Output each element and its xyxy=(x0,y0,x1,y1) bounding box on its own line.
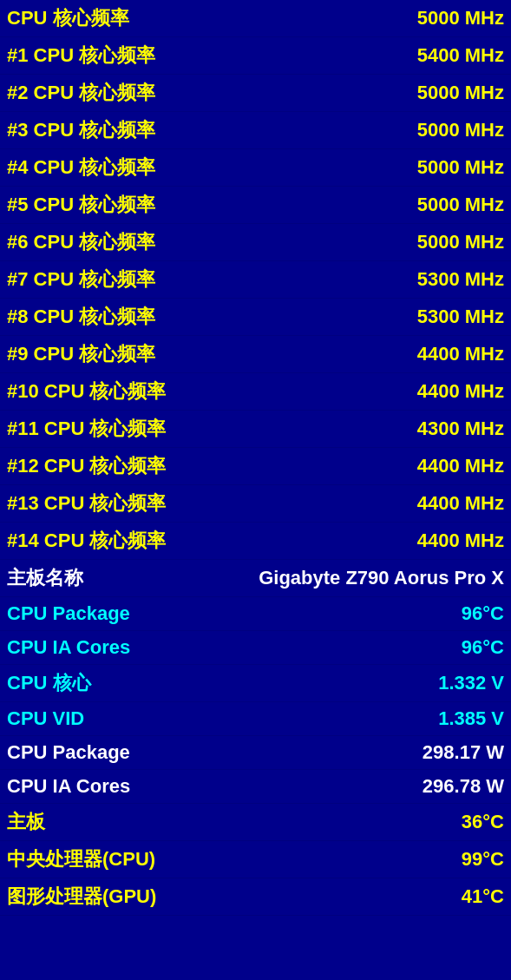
row-cpu-core-freq-7: #7 CPU 核心频率5300 MHz xyxy=(0,261,511,299)
row-cpu-core-freq-4: #4 CPU 核心频率5000 MHz xyxy=(0,149,511,187)
value-cpu-core-freq-5: 5000 MHz xyxy=(417,194,504,216)
row-cpu-core-freq: CPU 核心频率5000 MHz xyxy=(0,0,511,37)
value-cpu-core-freq-8: 5300 MHz xyxy=(417,306,504,328)
label-motherboard-temp: 主板 xyxy=(7,809,45,835)
label-cpu-core-freq-7: #7 CPU 核心频率 xyxy=(7,266,155,293)
label-cpu-core-freq-14: #14 CPU 核心频率 xyxy=(7,528,166,554)
label-cpu-ia-cores-power: CPU IA Cores xyxy=(7,775,130,798)
value-cpu-core-freq-6: 5000 MHz xyxy=(417,231,504,253)
row-cpu-core-freq-8: #8 CPU 核心频率5300 MHz xyxy=(0,299,511,336)
value-cpu-core-freq-7: 5300 MHz xyxy=(417,268,504,291)
main-container: CPU 核心频率5000 MHz#1 CPU 核心频率5400 MHz#2 CP… xyxy=(0,0,511,916)
label-cpu-core-freq-5: #5 CPU 核心频率 xyxy=(7,192,155,218)
value-cpu-package-power: 298.17 W xyxy=(423,741,504,764)
label-cpu-core-freq-8: #8 CPU 核心频率 xyxy=(7,304,155,330)
value-cpu-core-freq: 5000 MHz xyxy=(417,7,504,30)
value-cpu-core-freq-2: 5000 MHz xyxy=(417,82,504,104)
row-motherboard-name: 主板名称Gigabyte Z790 Aorus Pro X xyxy=(0,560,511,597)
value-motherboard-name: Gigabyte Z790 Aorus Pro X xyxy=(259,567,504,589)
label-cpu-core-freq-9: #9 CPU 核心频率 xyxy=(7,341,155,367)
label-cpu-core-freq-2: #2 CPU 核心频率 xyxy=(7,80,155,106)
label-cpu-core-freq: CPU 核心频率 xyxy=(7,5,129,31)
value-cpu-core-freq-1: 5400 MHz xyxy=(417,44,504,67)
label-cpu-core-freq-10: #10 CPU 核心频率 xyxy=(7,378,166,404)
value-cpu-temp: 99°C xyxy=(462,848,504,871)
value-cpu-core-voltage: 1.332 V xyxy=(438,672,504,694)
row-cpu-core-freq-6: #6 CPU 核心频率5000 MHz xyxy=(0,224,511,261)
value-cpu-core-freq-12: 4400 MHz xyxy=(417,455,504,477)
value-cpu-ia-cores-temp: 96°C xyxy=(462,636,504,659)
label-cpu-package-temp: CPU Package xyxy=(7,602,130,625)
label-cpu-core-freq-12: #12 CPU 核心频率 xyxy=(7,453,166,479)
row-motherboard-temp: 主板36°C xyxy=(0,804,511,841)
value-cpu-core-freq-13: 4400 MHz xyxy=(417,492,504,515)
value-cpu-core-freq-3: 5000 MHz xyxy=(417,119,504,141)
value-gpu-temp: 41°C xyxy=(462,885,504,908)
row-cpu-core-freq-10: #10 CPU 核心频率4400 MHz xyxy=(0,373,511,411)
label-cpu-temp: 中央处理器(CPU) xyxy=(7,846,155,872)
value-cpu-core-freq-14: 4400 MHz xyxy=(417,529,504,552)
row-cpu-core-freq-12: #12 CPU 核心频率4400 MHz xyxy=(0,448,511,485)
label-cpu-core-freq-11: #11 CPU 核心频率 xyxy=(7,416,166,442)
value-cpu-core-freq-4: 5000 MHz xyxy=(417,156,504,179)
label-cpu-vid: CPU VID xyxy=(7,707,84,730)
label-cpu-package-power: CPU Package xyxy=(7,741,130,764)
label-cpu-core-freq-3: #3 CPU 核心频率 xyxy=(7,117,155,143)
value-cpu-ia-cores-power: 296.78 W xyxy=(423,775,504,798)
label-cpu-core-freq-13: #13 CPU 核心频率 xyxy=(7,490,166,516)
row-cpu-core-freq-3: #3 CPU 核心频率5000 MHz xyxy=(0,112,511,149)
label-cpu-ia-cores-temp: CPU IA Cores xyxy=(7,636,130,659)
row-cpu-core-voltage: CPU 核心1.332 V xyxy=(0,665,511,702)
row-cpu-core-freq-2: #2 CPU 核心频率5000 MHz xyxy=(0,75,511,112)
value-cpu-vid: 1.385 V xyxy=(438,707,504,730)
label-gpu-temp: 图形处理器(GPU) xyxy=(7,884,156,910)
row-cpu-vid: CPU VID1.385 V xyxy=(0,702,511,736)
row-cpu-core-freq-1: #1 CPU 核心频率5400 MHz xyxy=(0,37,511,75)
value-cpu-package-temp: 96°C xyxy=(462,602,504,625)
row-cpu-temp: 中央处理器(CPU)99°C xyxy=(0,841,511,878)
row-cpu-core-freq-5: #5 CPU 核心频率5000 MHz xyxy=(0,187,511,224)
row-cpu-core-freq-14: #14 CPU 核心频率4400 MHz xyxy=(0,523,511,560)
value-cpu-core-freq-11: 4300 MHz xyxy=(417,418,504,440)
row-cpu-package-temp: CPU Package96°C xyxy=(0,597,511,631)
row-cpu-ia-cores-power: CPU IA Cores296.78 W xyxy=(0,770,511,804)
label-motherboard-name: 主板名称 xyxy=(7,565,83,591)
label-cpu-core-freq-6: #6 CPU 核心频率 xyxy=(7,229,155,255)
row-cpu-ia-cores-temp: CPU IA Cores96°C xyxy=(0,631,511,665)
row-cpu-core-freq-11: #11 CPU 核心频率4300 MHz xyxy=(0,411,511,448)
label-cpu-core-freq-1: #1 CPU 核心频率 xyxy=(7,43,155,69)
value-cpu-core-freq-9: 4400 MHz xyxy=(417,343,504,365)
label-cpu-core-voltage: CPU 核心 xyxy=(7,670,91,696)
value-motherboard-temp: 36°C xyxy=(462,811,504,833)
row-cpu-core-freq-9: #9 CPU 核心频率4400 MHz xyxy=(0,336,511,373)
row-gpu-temp: 图形处理器(GPU)41°C xyxy=(0,878,511,916)
row-cpu-package-power: CPU Package298.17 W xyxy=(0,736,511,770)
value-cpu-core-freq-10: 4400 MHz xyxy=(417,380,504,403)
row-cpu-core-freq-13: #13 CPU 核心频率4400 MHz xyxy=(0,485,511,523)
label-cpu-core-freq-4: #4 CPU 核心频率 xyxy=(7,155,155,181)
